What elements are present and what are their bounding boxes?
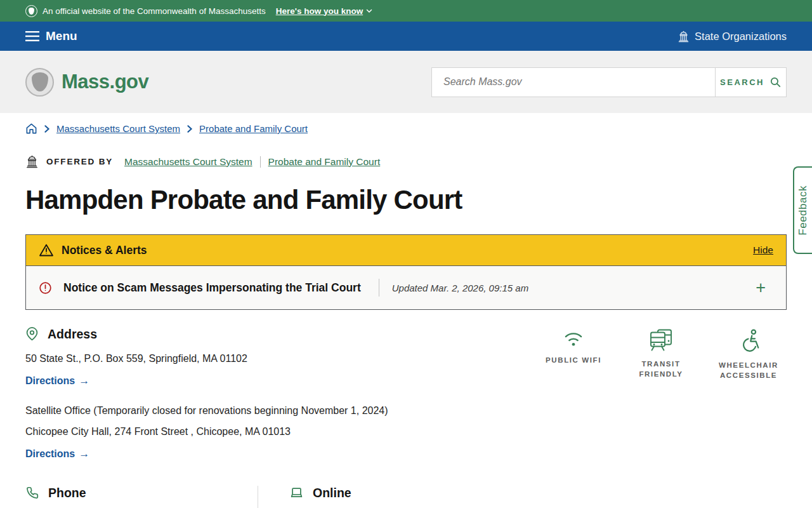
phone-heading: Phone — [48, 486, 86, 500]
search-icon — [769, 76, 782, 88]
feedback-label: Feedback — [797, 185, 809, 236]
official-banner: An official website of the Commonwealth … — [0, 0, 812, 22]
amenity-public-wifi: PUBLIC WIFI — [535, 329, 612, 467]
amenity-wheelchair-accessible: WHEELCHAIR ACCESSIBLE — [710, 329, 787, 467]
search-button-label: SEARCH — [720, 77, 764, 87]
home-icon[interactable] — [25, 123, 37, 135]
directions-link[interactable]: Directions → — [25, 448, 89, 460]
hide-alerts-link[interactable]: Hide — [753, 244, 773, 256]
search-button[interactable]: SEARCH — [715, 68, 786, 97]
hamburger-icon — [25, 31, 39, 41]
feedback-tab[interactable]: Feedback — [793, 166, 812, 254]
amenity-label: PUBLIC WIFI — [546, 356, 601, 366]
contact-row: Phone Register’s Office (413) 748-7760 O… — [25, 486, 787, 508]
chevron-down-icon — [365, 7, 373, 15]
official-banner-text: An official website of the Commonwealth … — [43, 6, 266, 16]
phone-icon — [25, 486, 39, 500]
amenities: PUBLIC WIFI TRANSIT FRIENDLY WHE — [535, 326, 787, 467]
alert-updated-timestamp: Updated Mar. 2, 2026, 09:15 am — [392, 283, 528, 293]
amenity-label: TRANSIT FRIENDLY — [623, 359, 699, 379]
breadcrumb: Massachusetts Court System Probate and F… — [25, 123, 787, 135]
massgov-seal-icon — [25, 68, 54, 97]
notices-alerts-header: Notices & Alerts Hide — [26, 235, 786, 265]
breadcrumb-link-probate-family[interactable]: Probate and Family Court — [199, 123, 308, 134]
address-section: Address 50 State St., P.O. Box 559, Spri… — [25, 326, 388, 467]
location-info-row: Address 50 State St., P.O. Box 559, Spri… — [25, 326, 787, 467]
menu-label: Menu — [46, 29, 77, 43]
capitol-icon — [678, 30, 690, 43]
breadcrumb-link-court-system[interactable]: Massachusetts Court System — [56, 123, 180, 134]
directions-label: Directions — [25, 375, 75, 387]
notices-alerts-title: Notices & Alerts — [62, 244, 147, 257]
alert-item[interactable]: Notice on Scam Messages Impersonating th… — [26, 265, 786, 309]
laptop-icon — [289, 486, 304, 500]
warning-triangle-icon — [39, 243, 54, 258]
heres-how-you-know-label: Here's how you know — [276, 6, 363, 16]
divider — [379, 279, 379, 297]
address-line: 50 State St., P.O. Box 559, Springfield,… — [25, 351, 388, 367]
satellite-office-line: Satellite Office (Temporarily closed for… — [25, 403, 388, 419]
alert-circle-icon — [39, 281, 52, 295]
main-nav: Menu State Organizations — [0, 22, 812, 51]
state-organizations-label: State Organizations — [695, 30, 787, 43]
alert-title: Notice on Scam Messages Impersonating th… — [63, 281, 361, 295]
site-header: Mass.gov SEARCH — [0, 51, 812, 113]
phone-section: Phone Register’s Office (413) 748-7760 — [25, 486, 258, 508]
offered-by-label: OFFERED BY — [46, 157, 113, 166]
wifi-icon — [560, 329, 587, 348]
massgov-logo-text: Mass.gov — [62, 70, 148, 93]
amenity-label: WHEELCHAIR ACCESSIBLE — [710, 361, 787, 380]
page-title: Hampden Probate and Family Court — [25, 185, 787, 215]
online-heading: Online — [313, 486, 351, 500]
state-organizations-link[interactable]: State Organizations — [678, 30, 787, 43]
offered-by: OFFERED BY Massachusetts Court System Pr… — [25, 155, 787, 168]
online-section: Online Email: — [258, 486, 787, 508]
chevron-right-icon — [187, 125, 193, 133]
location-pin-icon — [25, 326, 39, 342]
search-input[interactable] — [432, 68, 715, 97]
chevron-right-icon — [44, 125, 50, 133]
offered-by-link-probate-family[interactable]: Probate and Family Court — [268, 156, 381, 168]
directions-link[interactable]: Directions → — [25, 375, 89, 387]
satellite-address-line: Chicopee City Hall, 274 Front Street , C… — [25, 424, 388, 440]
massgov-logo[interactable]: Mass.gov — [25, 68, 148, 97]
search-bar: SEARCH — [431, 67, 787, 97]
expand-alert-button[interactable]: + — [748, 279, 773, 297]
directions-label: Directions — [25, 448, 75, 460]
capitol-icon — [25, 155, 39, 168]
arrow-right-icon: → — [79, 448, 89, 460]
divider — [260, 156, 261, 168]
transit-icon — [648, 329, 674, 352]
menu-button[interactable]: Menu — [25, 29, 77, 43]
address-heading: Address — [48, 327, 97, 342]
wheelchair-icon — [737, 329, 761, 353]
offered-by-link-court-system[interactable]: Massachusetts Court System — [124, 156, 252, 168]
notices-alerts-box: Notices & Alerts Hide Notice on Scam Mes… — [25, 234, 787, 310]
amenity-transit-friendly: TRANSIT FRIENDLY — [623, 329, 699, 467]
heres-how-you-know-toggle[interactable]: Here's how you know — [276, 6, 374, 16]
arrow-right-icon: → — [79, 375, 89, 387]
state-seal-icon — [25, 5, 37, 17]
